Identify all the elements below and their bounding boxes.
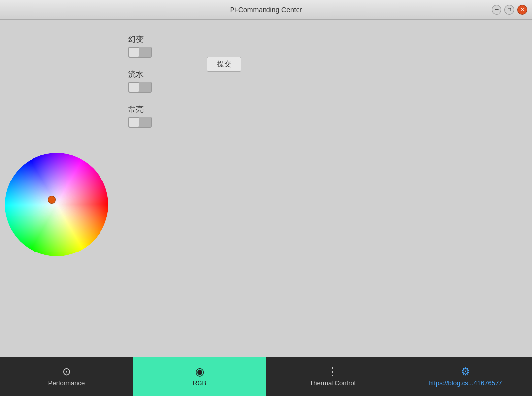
- settings-icon: ⚙: [461, 366, 470, 377]
- color-wheel-container[interactable]: [5, 153, 108, 256]
- nav-item-thermal[interactable]: ⋮ Thermal Control: [266, 357, 399, 396]
- label-changliang: 常亮: [128, 105, 152, 115]
- nav-label-performance: Performance: [48, 379, 85, 387]
- performance-icon: ⊙: [62, 366, 71, 377]
- control-row-3: 常亮: [128, 105, 152, 130]
- nav-label-thermal: Thermal Control: [309, 379, 355, 387]
- thermal-icon: ⋮: [327, 366, 338, 377]
- main-content: 幻变 流水 常亮 提交: [0, 20, 532, 357]
- submit-button[interactable]: 提交: [207, 57, 241, 72]
- nav-item-settings[interactable]: ⚙ https://blog.cs...41676577: [399, 357, 532, 396]
- minimize-button[interactable]: ─: [492, 5, 501, 15]
- close-button[interactable]: ✕: [517, 5, 527, 15]
- toggle-huanbian[interactable]: [128, 47, 152, 58]
- toggle-liushui[interactable]: [128, 82, 152, 93]
- nav-label-url: https://blog.cs...41676577: [429, 379, 502, 387]
- toggle-handle-2: [129, 82, 139, 92]
- nav-item-rgb[interactable]: ◉ RGB: [133, 357, 266, 396]
- label-huanbian: 幻变: [128, 35, 152, 45]
- control-row-1: 幻变: [128, 35, 152, 60]
- nav-item-performance[interactable]: ⊙ Performance: [0, 357, 133, 396]
- nav-bar: ⊙ Performance ◉ RGB ⋮ Thermal Control ⚙ …: [0, 357, 532, 396]
- title-bar: Pi-Commanding Center ─ □ ✕: [0, 0, 532, 20]
- color-wheel[interactable]: [5, 153, 108, 256]
- window-controls: ─ □ ✕: [492, 5, 527, 15]
- rgb-icon: ◉: [195, 366, 204, 377]
- color-picker-dot: [48, 196, 56, 204]
- toggle-changliang[interactable]: [128, 117, 152, 128]
- toggle-handle-1: [129, 47, 139, 57]
- maximize-button[interactable]: □: [504, 5, 514, 15]
- label-liushui: 流水: [128, 70, 152, 80]
- control-row-2: 流水: [128, 70, 152, 95]
- nav-label-rgb: RGB: [193, 379, 206, 387]
- app-title: Pi-Commanding Center: [230, 6, 302, 14]
- controls-panel: 幻变 流水 常亮: [128, 35, 152, 140]
- toggle-handle-3: [129, 117, 139, 127]
